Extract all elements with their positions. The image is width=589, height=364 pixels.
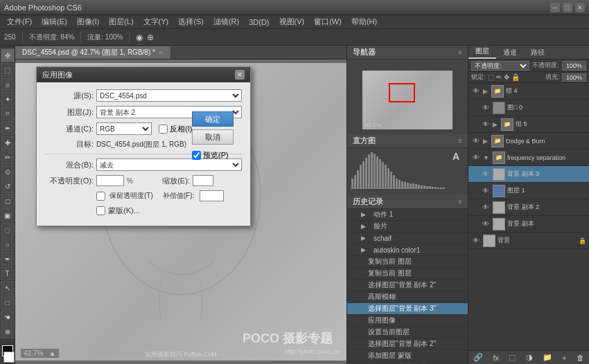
select-tool[interactable]: ⬚ bbox=[1, 63, 15, 77]
layer-eye-group5[interactable]: 👁 bbox=[481, 120, 491, 129]
healing-tool[interactable]: ✚ bbox=[1, 136, 15, 149]
history-item-9[interactable]: 应用图像 bbox=[347, 315, 468, 327]
history-item-1[interactable]: ▶ 脸片 bbox=[347, 221, 468, 233]
dialog-ok-btn[interactable]: 确定 bbox=[192, 111, 234, 127]
dodge-tool[interactable]: ○ bbox=[1, 237, 15, 251]
menu-image[interactable]: 图像(I) bbox=[73, 15, 103, 28]
lasso-tool[interactable]: ⌾ bbox=[1, 78, 15, 91]
layers-tab-paths[interactable]: 路径 bbox=[524, 46, 552, 59]
history-item-0[interactable]: ▶ 动作 1 bbox=[347, 209, 468, 221]
path-select-tool[interactable]: ↖ bbox=[1, 281, 15, 295]
layer-item-layer1[interactable]: 👁 图层 1 bbox=[468, 183, 589, 199]
navigator-menu-icon[interactable]: ≡ bbox=[458, 48, 462, 56]
history-menu-icon[interactable]: ≡ bbox=[458, 198, 462, 206]
layer-item-bg[interactable]: 👁 背景 🔒 bbox=[468, 233, 589, 249]
layer-eye-bg3[interactable]: 👁 bbox=[481, 170, 491, 179]
preserve-checkbox[interactable] bbox=[96, 192, 105, 201]
lock-transparent-icon[interactable]: ⬚ bbox=[488, 73, 494, 81]
layer-eye-group4[interactable]: 👁 bbox=[471, 87, 481, 96]
layer-eye-bg[interactable]: 👁 bbox=[471, 236, 481, 246]
menu-select[interactable]: 选择(S) bbox=[174, 15, 208, 28]
scale-input[interactable]: 2 bbox=[193, 175, 213, 186]
dialog-cancel-btn[interactable]: 取消 bbox=[192, 129, 234, 145]
eyedropper-tool[interactable]: ✒ bbox=[1, 121, 15, 135]
gradient-tool[interactable]: ▣ bbox=[1, 208, 15, 222]
menu-help[interactable]: 帮助(H) bbox=[347, 15, 381, 28]
history-item-7[interactable]: 高斯模糊 bbox=[347, 291, 468, 303]
opacity-input[interactable]: 100 bbox=[96, 175, 124, 186]
layer-eye-freq[interactable]: 👁 bbox=[471, 153, 481, 163]
layers-tab-layers[interactable]: 图层 bbox=[468, 45, 496, 59]
move-tool[interactable]: ✥ bbox=[1, 48, 15, 62]
menu-window[interactable]: 窗口(W) bbox=[310, 15, 346, 28]
history-item-8[interactable]: 选择图层"背景 副本 3" bbox=[347, 303, 468, 315]
fill-input[interactable] bbox=[562, 73, 586, 82]
history-item-5[interactable]: 复制当前 图层 bbox=[347, 268, 468, 280]
lock-all-icon[interactable]: 🔒 bbox=[511, 73, 520, 81]
histogram-menu-icon[interactable]: ≡ bbox=[458, 137, 462, 145]
dialog-preview-checkbox[interactable] bbox=[192, 151, 201, 160]
layer-item-freq[interactable]: 👁 ▼ 📁 frequency separation bbox=[468, 149, 589, 166]
new-group-btn[interactable]: 📁 bbox=[543, 353, 552, 362]
pressure-icon[interactable]: ⊕ bbox=[147, 33, 154, 42]
blur-tool[interactable]: ◌ bbox=[1, 223, 15, 237]
add-mask-btn[interactable]: ⬚ bbox=[509, 353, 516, 362]
wand-tool[interactable]: ✦ bbox=[1, 92, 15, 106]
layer-item-bg-copy2[interactable]: 👁 背景 副本 2 bbox=[468, 199, 589, 216]
layer-eye-0[interactable]: 👁 bbox=[481, 103, 491, 113]
history-item-12[interactable]: 添加图层 蒙版 bbox=[347, 350, 468, 362]
layer-item-dodge-burn[interactable]: 👁 ▶ 📁 Dodge & Burn bbox=[468, 133, 589, 149]
layers-tab-channels[interactable]: 通道 bbox=[496, 46, 524, 59]
history-item-2[interactable]: ▶ schaif bbox=[347, 233, 468, 244]
menu-type[interactable]: 文字(Y) bbox=[139, 15, 173, 28]
invert-checkbox[interactable] bbox=[159, 125, 168, 134]
dialog-close-btn[interactable]: ✕ bbox=[235, 70, 245, 80]
menu-layer[interactable]: 图层(L) bbox=[105, 15, 137, 28]
layer-item-group4[interactable]: 👁 ▶ 📁 组 4 bbox=[468, 83, 589, 100]
history-item-4[interactable]: 复制当前 图层 bbox=[347, 256, 468, 268]
menu-edit[interactable]: 编辑(E) bbox=[37, 15, 71, 28]
lock-move-icon[interactable]: ✥ bbox=[504, 73, 509, 81]
new-layer-btn[interactable]: + bbox=[562, 354, 566, 362]
menu-3d[interactable]: 3D(D) bbox=[245, 17, 273, 28]
new-fill-btn[interactable]: ◑ bbox=[526, 353, 533, 362]
layer-item-layer0[interactable]: 👁 图□ 0 bbox=[468, 100, 589, 116]
pen-tool[interactable]: ✒ bbox=[1, 252, 15, 266]
menu-view[interactable]: 视图(V) bbox=[275, 15, 309, 28]
airbrush-icon[interactable]: ◉ bbox=[136, 33, 143, 42]
history-item-3[interactable]: ▶ autoskin color1 bbox=[347, 244, 468, 256]
offset-input[interactable]: 128 bbox=[200, 190, 224, 201]
layer-eye-bgc[interactable]: 👁 bbox=[481, 219, 491, 229]
layer-item-bg-copy3[interactable]: 👁 背景 副本 3 bbox=[468, 166, 589, 183]
delete-layer-btn[interactable]: 🗑 bbox=[577, 354, 584, 362]
lock-draw-icon[interactable]: ✏ bbox=[496, 73, 502, 81]
layer-eye-1[interactable]: 👁 bbox=[481, 186, 491, 196]
close-btn[interactable]: ✕ bbox=[575, 3, 585, 12]
layer-item-group5[interactable]: 👁 ▶ 📁 组 5 bbox=[468, 116, 589, 133]
history-item-6[interactable]: 选择图层"背景 副本 2" bbox=[347, 280, 468, 291]
brush-tool[interactable]: ✏ bbox=[1, 150, 15, 164]
blend-mode-select[interactable]: 不透明度: bbox=[471, 61, 529, 71]
canvas-tab[interactable]: DSC_4554.psd @ 42.7% (图层 1, RGB/8) * ✕ bbox=[15, 46, 171, 59]
menu-file[interactable]: 文件(F) bbox=[3, 15, 36, 28]
layer-eye-dodge[interactable]: 👁 bbox=[471, 136, 481, 146]
mask-checkbox[interactable] bbox=[96, 206, 105, 215]
crop-tool[interactable]: ⌗ bbox=[1, 107, 15, 120]
history-item-11[interactable]: 选择图层"背景 副本 2" bbox=[347, 338, 468, 350]
tab-close-icon[interactable]: ✕ bbox=[158, 49, 164, 56]
zoom-tool[interactable]: ⊕ bbox=[1, 325, 15, 338]
type-tool[interactable]: T bbox=[1, 266, 15, 280]
minimize-btn[interactable]: ─ bbox=[550, 3, 560, 12]
opacity-value-input[interactable] bbox=[562, 61, 586, 71]
background-color[interactable] bbox=[3, 352, 15, 363]
shape-tool[interactable]: □ bbox=[1, 295, 15, 309]
maximize-btn[interactable]: □ bbox=[563, 3, 572, 12]
history-item-10[interactable]: 设置当前图层 bbox=[347, 327, 468, 338]
channel-select[interactable]: RGB bbox=[96, 122, 152, 135]
link-layers-btn[interactable]: 🔗 bbox=[473, 353, 483, 362]
layer-eye-bg2[interactable]: 👁 bbox=[481, 203, 491, 212]
layer-item-bg-copy[interactable]: 👁 背景 副本 bbox=[468, 216, 589, 233]
history-brush-tool[interactable]: ↺ bbox=[1, 179, 15, 193]
source-select[interactable]: DSC_4554.psd bbox=[96, 89, 242, 102]
add-style-btn[interactable]: fx bbox=[493, 354, 499, 362]
